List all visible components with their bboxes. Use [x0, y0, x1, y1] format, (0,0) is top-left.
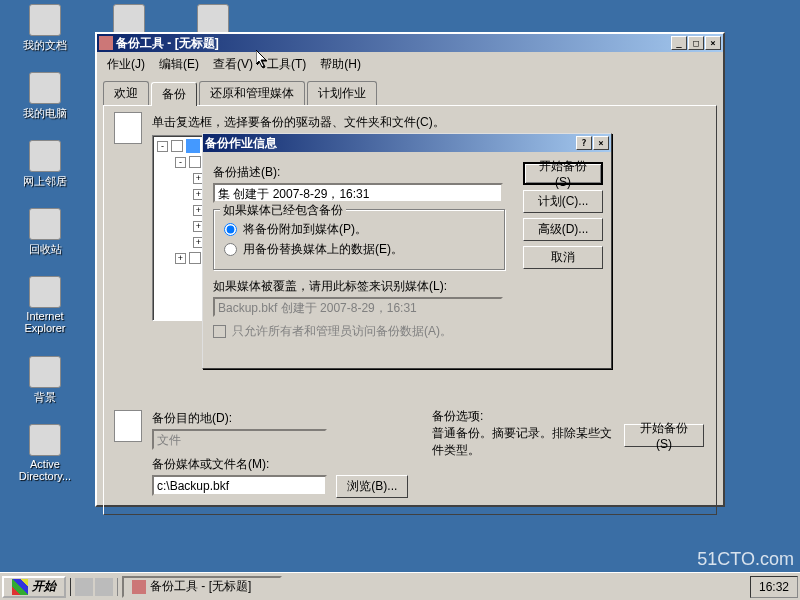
desktop-icon-label: 网上邻居 [23, 174, 67, 189]
windows-flag-icon [12, 579, 28, 595]
dialog-cancel-button[interactable]: 取消 [523, 246, 603, 269]
tab[interactable]: 备份 [151, 82, 197, 106]
system-tray[interactable]: 16:32 [750, 576, 798, 598]
desktop-icon-glyph [29, 356, 61, 388]
dialog-close-button[interactable]: × [593, 136, 609, 150]
taskbar: 开始 备份工具 - [无标题] 16:32 [0, 572, 800, 600]
minimize-button[interactable]: _ [671, 36, 687, 50]
menu-item[interactable]: 帮助(H) [314, 54, 367, 75]
backup-options-info: 备份选项: 普通备份。摘要记录。排除某些文件类型。 [432, 408, 622, 459]
radio-replace[interactable]: 用备份替换媒体上的数据(E)。 [224, 241, 496, 258]
desc-input[interactable]: 集 创建于 2007-8-29，16:31 [213, 183, 503, 203]
tab[interactable]: 还原和管理媒体 [199, 81, 305, 105]
destination-group: 备份目的地(D): 文件 备份媒体或文件名(M): c:\Backup.bkf … [112, 408, 708, 506]
maximize-button[interactable]: □ [688, 36, 704, 50]
start-button[interactable]: 开始 [2, 576, 66, 598]
menubar: 作业(J)编辑(E)查看(V)工具(T)帮助(H) [97, 52, 723, 77]
backup-job-info-dialog: 备份作业信息 ? × 备份描述(B): 集 创建于 2007-8-29，16:3… [202, 133, 612, 369]
desktop-icon[interactable]: 我的电脑 [10, 72, 80, 121]
tree-expander[interactable]: - [175, 157, 186, 168]
desktop-icon-glyph [29, 208, 61, 240]
desktop-icon-label: 我的电脑 [23, 106, 67, 121]
dialog-titlebar[interactable]: 备份作业信息 ? × [203, 134, 611, 152]
desktop-icon-glyph [29, 4, 61, 36]
desktop-icon-glyph [29, 276, 61, 308]
clock: 16:32 [759, 580, 789, 594]
radio-append[interactable]: 将备份附加到媒体(P)。 [224, 221, 496, 238]
desktop-icon-label: 背景 [34, 390, 56, 405]
desktop-icon-glyph [29, 140, 61, 172]
media-contains-group: 如果媒体已经包含备份 将备份附加到媒体(P)。 用备份替换媒体上的数据(E)。 [213, 209, 505, 270]
main-titlebar[interactable]: 备份工具 - [无标题] _ □ × [97, 34, 723, 52]
window-title: 备份工具 - [无标题] [116, 35, 219, 52]
menu-item[interactable]: 工具(T) [261, 54, 312, 75]
overwrite-label: 如果媒体被覆盖，请用此标签来识别媒体(L): [213, 278, 601, 295]
dest-select[interactable]: 文件 [152, 429, 327, 450]
options-text: 普通备份。摘要记录。排除某些文件类型。 [432, 425, 622, 459]
radio-append-input[interactable] [224, 223, 237, 236]
watermark: 51CTO.com [697, 549, 794, 570]
task-label: 备份工具 - [无标题] [150, 578, 251, 595]
tab[interactable]: 计划作业 [307, 81, 377, 105]
owner-only-checkbox-row: 只允许所有者和管理员访问备份数据(A)。 [213, 323, 601, 340]
tab[interactable]: 欢迎 [103, 81, 149, 105]
dialog-start-button[interactable]: 开始备份(S) [523, 162, 603, 185]
quick-launch [70, 578, 118, 596]
desktop-icon[interactable]: Internet Explorer [10, 276, 80, 334]
app-icon [99, 36, 113, 50]
tree-expander[interactable]: + [175, 253, 186, 264]
desktop-icon[interactable]: 背景 [10, 356, 80, 405]
ql-ie-icon[interactable] [75, 578, 93, 596]
dialog-advanced-button[interactable]: 高级(D)... [523, 218, 603, 241]
menu-item[interactable]: 作业(J) [101, 54, 151, 75]
mediafile-input[interactable]: c:\Backup.bkf [152, 475, 327, 496]
desktop-icon[interactable]: 回收站 [10, 208, 80, 257]
desktop-icon-glyph [29, 72, 61, 104]
owner-only-checkbox [213, 325, 226, 338]
media-label-input: Backup.bkf 创建于 2007-8-29，16:31 [213, 297, 503, 317]
dialog-schedule-button[interactable]: 计划(C)... [523, 190, 603, 213]
desktop-icon-label: Active Directory... [10, 458, 80, 482]
dialog-title: 备份作业信息 [205, 135, 277, 152]
tab-strip: 欢迎备份还原和管理媒体计划作业 [103, 81, 717, 105]
desktop-icon-label: 回收站 [29, 242, 62, 257]
mediafile-label: 备份媒体或文件名(M): [152, 456, 708, 473]
menu-item[interactable]: 查看(V) [207, 54, 259, 75]
desktop-icon-label: Internet Explorer [10, 310, 80, 334]
task-app-icon [132, 580, 146, 594]
owner-only-label: 只允许所有者和管理员访问备份数据(A)。 [232, 323, 452, 340]
options-title: 备份选项: [432, 408, 622, 425]
desktop-icon[interactable]: 我的文档 [10, 4, 80, 53]
desktop-icon[interactable]: 网上邻居 [10, 140, 80, 189]
browse-button[interactable]: 浏览(B)... [336, 475, 408, 498]
desktop-icon-label: 我的文档 [23, 38, 67, 53]
group-label: 如果媒体已经包含备份 [220, 202, 346, 219]
hint-icon [114, 112, 142, 144]
desktop-icon[interactable]: Active Directory... [10, 424, 80, 482]
close-button[interactable]: × [705, 36, 721, 50]
radio-replace-input[interactable] [224, 243, 237, 256]
tree-expander[interactable]: - [157, 141, 168, 152]
help-button[interactable]: ? [576, 136, 592, 150]
menu-item[interactable]: 编辑(E) [153, 54, 205, 75]
destination-icon [114, 410, 142, 442]
start-label: 开始 [32, 578, 56, 595]
hint-text: 单击复选框，选择要备份的驱动器、文件夹和文件(C)。 [152, 114, 708, 131]
start-backup-button[interactable]: 开始备份(S) [624, 424, 704, 447]
desktop-icon-glyph [29, 424, 61, 456]
taskbar-app-button[interactable]: 备份工具 - [无标题] [122, 576, 282, 598]
ql-desktop-icon[interactable] [95, 578, 113, 596]
